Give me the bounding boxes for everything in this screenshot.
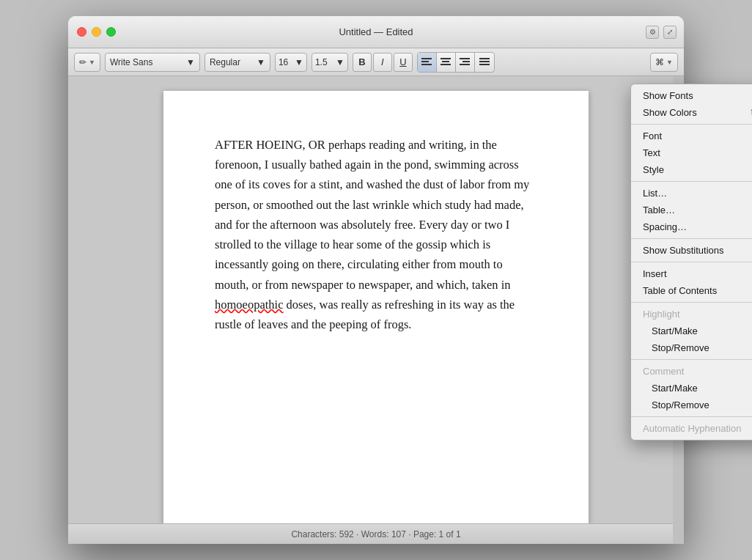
show-substitutions-label: Show Substitutions (643, 245, 724, 256)
bold-button[interactable]: B (353, 53, 372, 72)
pen-icon: ✏ (79, 57, 86, 67)
highlight-label: Highlight (643, 309, 680, 320)
show-fonts-label: Show Fonts (643, 90, 693, 101)
show-substitutions-menu-item[interactable]: Show Substitutions (631, 242, 752, 259)
status-bar: Characters: 592 · Words: 107 · Page: 1 o… (68, 523, 684, 544)
line-spacing-select[interactable]: 1.5 ▼ (312, 53, 348, 72)
svg-rect-2 (421, 64, 432, 65)
line-spacing-label: 1.5 (315, 57, 328, 67)
comment-section-label: Comment (631, 363, 752, 380)
format-menu-button[interactable]: ⌘ ▼ (650, 53, 678, 72)
line-spacing-arrow: ▼ (336, 57, 344, 67)
format-buttons: B I U (353, 53, 413, 72)
svg-rect-6 (440, 64, 451, 65)
comment-stop-label: Stop/Remove (652, 399, 709, 410)
auto-hyphenation-label: Automatic Hyphenation (643, 423, 741, 434)
highlight-stop-menu-item[interactable]: Stop/Remove ^⇧X (631, 339, 752, 356)
style-label: Style (643, 164, 664, 175)
main-window: Untitled — Edited ⚙ ⤢ ✏ ▼ Write Sans ▼ R… (68, 16, 684, 544)
separator-3 (631, 238, 752, 239)
svg-rect-0 (421, 58, 432, 59)
window-title: Untitled — Edited (339, 26, 413, 37)
document-page: AFTER HOEING, OR perhaps reading and wri… (163, 91, 589, 523)
highlight-start-label: Start/Make (652, 325, 698, 336)
table-label: Table… (643, 205, 675, 215)
highlight-stop-label: Stop/Remove (652, 342, 709, 353)
show-fonts-menu-item[interactable]: Show Fonts ⌘T (631, 87, 752, 104)
font-style-arrow: ▼ (257, 57, 265, 67)
font-size-select[interactable]: 16 ▼ (275, 53, 307, 72)
comment-stop-menu-item[interactable]: Stop/Remove ^⇧K (631, 397, 752, 413)
separator-2 (631, 181, 752, 182)
separator-7 (631, 416, 752, 417)
list-label: List… (643, 188, 667, 199)
align-right-button[interactable] (456, 53, 475, 72)
svg-rect-9 (462, 61, 470, 62)
svg-rect-10 (460, 64, 470, 65)
font-family-arrow: ▼ (186, 57, 195, 67)
underline-button[interactable]: U (394, 53, 413, 72)
toolbar-right: ⌘ ▼ Show Fonts ⌘T Show Colors ⇧⌘C Fon (650, 53, 678, 72)
align-justify-icon (479, 58, 490, 67)
separator-1 (631, 124, 752, 125)
text-menu-item[interactable]: Text ▶ (631, 144, 752, 161)
fullscreen-button[interactable]: ⤢ (663, 26, 677, 39)
separator-4 (631, 262, 752, 262)
align-right-icon (460, 58, 470, 67)
page-container[interactable]: AFTER HOEING, OR perhaps reading and wri… (68, 76, 684, 523)
insert-label: Insert (643, 268, 667, 279)
content-area: AFTER HOEING, OR perhaps reading and wri… (68, 76, 684, 544)
wavy-underline-word: homoeopathic (215, 298, 283, 312)
svg-rect-8 (460, 58, 470, 59)
toolbar: ✏ ▼ Write Sans ▼ Regular ▼ 16 ▼ 1.5 ▼ B … (68, 48, 684, 76)
highlight-section-label: Highlight (631, 306, 752, 323)
table-menu-item[interactable]: Table… (631, 202, 752, 218)
font-family-select[interactable]: Write Sans ▼ (105, 53, 200, 72)
svg-rect-1 (421, 61, 429, 62)
auto-hyphenation-menu-item: Automatic Hyphenation (631, 420, 752, 437)
show-colors-label: Show Colors (643, 107, 697, 118)
separator-6 (631, 359, 752, 360)
show-colors-menu-item[interactable]: Show Colors ⇧⌘C (631, 104, 752, 121)
spacing-label: Spacing… (643, 221, 687, 232)
pen-button[interactable]: ✏ ▼ (74, 53, 100, 72)
svg-rect-14 (479, 64, 490, 65)
align-center-icon (440, 58, 451, 67)
comment-label: Comment (643, 366, 684, 377)
title-bar: Untitled — Edited ⚙ ⤢ (68, 16, 684, 48)
comment-start-label: Start/Make (652, 383, 698, 394)
format-dropdown-menu: Show Fonts ⌘T Show Colors ⇧⌘C Font ▶ Tex… (630, 84, 752, 441)
align-justify-button[interactable] (475, 53, 494, 72)
spacing-menu-item[interactable]: Spacing… (631, 218, 752, 235)
status-text: Characters: 592 · Words: 107 · Page: 1 o… (291, 529, 460, 539)
font-label: Font (643, 130, 662, 141)
align-left-button[interactable] (418, 53, 437, 72)
list-menu-item[interactable]: List… (631, 185, 752, 202)
traffic-lights (77, 27, 116, 37)
insert-menu-item[interactable]: Insert ▶ (631, 265, 752, 282)
close-button[interactable] (77, 27, 86, 37)
separator-5 (631, 302, 752, 303)
show-colors-shortcut: ⇧⌘C (749, 107, 752, 117)
gear-button[interactable]: ⚙ (646, 26, 659, 39)
align-center-button[interactable] (437, 53, 456, 72)
document-body[interactable]: AFTER HOEING, OR perhaps reading and wri… (215, 135, 537, 334)
cmd-icon: ⌘ (655, 57, 664, 67)
title-actions: ⚙ ⤢ (646, 26, 677, 39)
italic-button[interactable]: I (373, 53, 392, 72)
alignment-buttons (417, 52, 495, 73)
style-menu-item[interactable]: Style ▶ (631, 161, 752, 178)
svg-rect-12 (479, 58, 490, 59)
highlight-start-menu-item[interactable]: Start/Make ^X (631, 323, 752, 339)
font-style-select[interactable]: Regular ▼ (204, 53, 270, 72)
maximize-button[interactable] (106, 27, 116, 37)
font-menu-item[interactable]: Font ▶ (631, 128, 752, 144)
minimize-button[interactable] (92, 27, 101, 37)
pen-arrow: ▼ (89, 59, 95, 66)
font-size-arrow: ▼ (295, 57, 303, 67)
menu-arrow: ▼ (666, 59, 673, 66)
comment-start-menu-item[interactable]: Start/Make ^K (631, 380, 752, 397)
toc-menu-item[interactable]: Table of Contents (631, 282, 752, 299)
font-family-label: Write Sans (110, 57, 152, 67)
align-left-icon (421, 58, 432, 67)
